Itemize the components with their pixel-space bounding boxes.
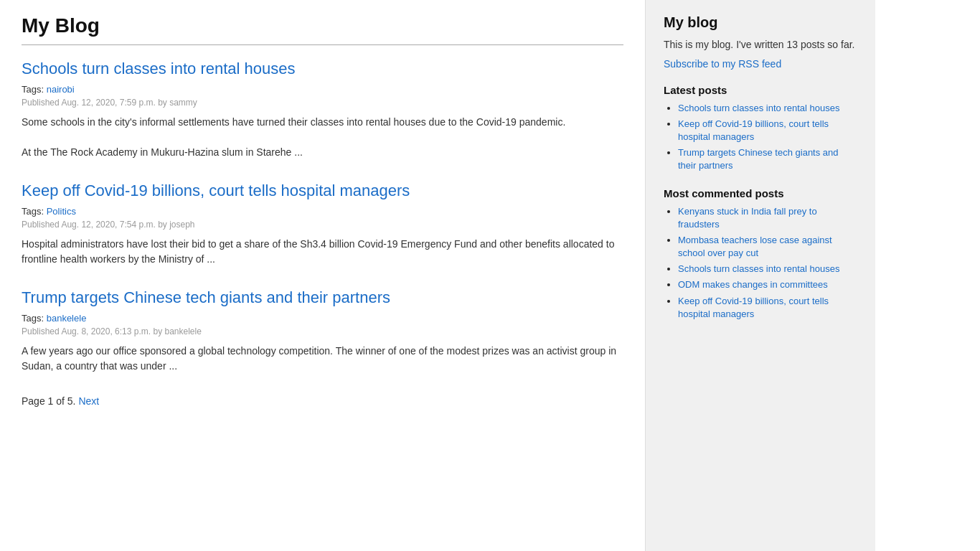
post-item: Keep off Covid-19 billions, court tells … — [22, 182, 623, 267]
sidebar-most-commented-item: Mombasa teachers lose case against schoo… — [678, 234, 857, 260]
sidebar-most-commented-list: Kenyans stuck in India fall prey to frau… — [664, 205, 857, 321]
post-excerpt: A few years ago our office sponsored a g… — [22, 344, 623, 374]
sidebar-latest-link[interactable]: Schools turn classes into rental houses — [678, 103, 839, 113]
sidebar-most-commented-item: ODM makes changes in committees — [678, 278, 857, 291]
post-tag[interactable]: nairobi — [47, 84, 75, 95]
tags-label: Tags: — [22, 313, 44, 324]
sidebar-latest-item: Schools turn classes into rental houses — [678, 102, 857, 115]
sidebar-latest-link[interactable]: Keep off Covid-19 billions, court tells … — [678, 118, 829, 142]
sidebar-most-commented-link[interactable]: Schools turn classes into rental houses — [678, 263, 839, 274]
sidebar-blog-title: My blog — [664, 14, 857, 31]
sidebar-latest-item: Keep off Covid-19 billions, court tells … — [678, 118, 857, 143]
post-item: Schools turn classes into rental houses … — [22, 60, 623, 160]
sidebar-most-commented-link[interactable]: Mombasa teachers lose case against schoo… — [678, 235, 832, 258]
sidebar-most-commented-item: Kenyans stuck in India fall prey to frau… — [678, 205, 857, 231]
post-title[interactable]: Schools turn classes into rental houses — [22, 60, 623, 78]
title-divider — [22, 44, 623, 45]
post-tag[interactable]: Politics — [47, 206, 76, 217]
sidebar-most-commented-link[interactable]: Kenyans stuck in India fall prey to frau… — [678, 206, 817, 230]
posts-list: Schools turn classes into rental houses … — [22, 60, 623, 374]
post-tag[interactable]: bankelele — [47, 313, 87, 324]
post-tags: Tags: bankelele — [22, 313, 623, 324]
post-title[interactable]: Trump targets Chinese tech giants and th… — [22, 288, 623, 307]
sidebar-rss-link[interactable]: Subscribe to my RSS feed — [664, 58, 857, 70]
post-tags: Tags: Politics — [22, 206, 623, 217]
post-excerpt: Hospital administrators have lost their … — [22, 237, 623, 267]
post-item: Trump targets Chinese tech giants and th… — [22, 288, 623, 374]
pagination: Page 1 of 5. Next — [22, 395, 623, 407]
tags-label: Tags: — [22, 84, 44, 95]
sidebar-most-commented-title: Most commented posts — [664, 187, 857, 199]
sidebar-latest-list: Schools turn classes into rental housesK… — [664, 102, 857, 173]
sidebar-latest-item: Trump targets Chinese tech giants and th… — [678, 146, 857, 172]
sidebar-most-commented-link[interactable]: Keep off Covid-19 billions, court tells … — [678, 296, 829, 319]
sidebar-most-commented-link[interactable]: ODM makes changes in committees — [678, 279, 828, 290]
tags-label: Tags: — [22, 206, 44, 217]
sidebar-most-commented-item: Keep off Covid-19 billions, court tells … — [678, 295, 857, 321]
pagination-next[interactable]: Next — [78, 395, 99, 407]
main-content: My Blog Schools turn classes into rental… — [0, 0, 646, 551]
sidebar-latest-title: Latest posts — [664, 84, 857, 96]
sidebar-description: This is my blog. I've written 13 posts s… — [664, 38, 857, 52]
post-meta: Published Aug. 12, 2020, 7:59 p.m. by sa… — [22, 98, 623, 108]
sidebar-most-commented-item: Schools turn classes into rental houses — [678, 263, 857, 276]
sidebar-latest-link[interactable]: Trump targets Chinese tech giants and th… — [678, 147, 839, 171]
post-meta: Published Aug. 12, 2020, 7:54 p.m. by jo… — [22, 220, 623, 230]
pagination-text: Page 1 of 5. — [22, 395, 76, 407]
blog-main-title: My Blog — [22, 14, 623, 37]
post-title[interactable]: Keep off Covid-19 billions, court tells … — [22, 182, 623, 200]
post-excerpt: Some schools in the city's informal sett… — [22, 115, 623, 160]
post-tags: Tags: nairobi — [22, 84, 623, 95]
sidebar: My blog This is my blog. I've written 13… — [646, 0, 875, 551]
post-meta: Published Aug. 8, 2020, 6:13 p.m. by ban… — [22, 326, 623, 336]
